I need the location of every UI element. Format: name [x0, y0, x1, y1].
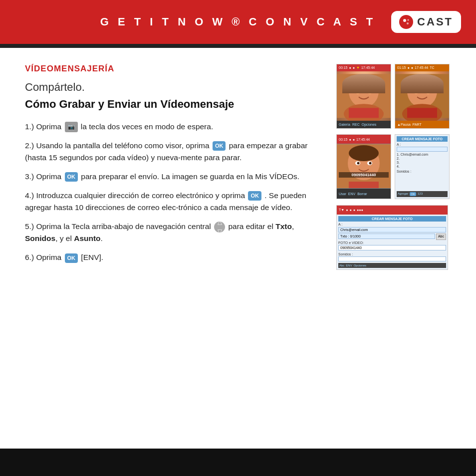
- black-strip: [0, 44, 476, 48]
- step-num-5: 5.) Oprima la Tecla arriba-abajo de nave…: [25, 222, 213, 231]
- cast-logo-icon: [399, 15, 413, 29]
- create-msg-4: CREAR MENSAJE FOTO A : 1. Chris@email.co…: [395, 135, 449, 199]
- step-5: 5.) Oprima la Tecla arriba-abajo de nave…: [25, 221, 321, 244]
- step-num-2: 2.) Usando la pantalla del teléfono como…: [25, 141, 212, 150]
- cast-logo: CAST: [391, 11, 461, 33]
- svg-rect-25: [407, 108, 437, 118]
- svg-point-28: [349, 145, 379, 161]
- steps-list: 1.) Oprima 📷 la tecla dos veces en modo …: [25, 121, 321, 263]
- ok-badge-3: OK: [65, 172, 78, 182]
- phone-face-1: [337, 71, 391, 121]
- step-4: 4.) Introduzca cualquier dirección de co…: [25, 190, 321, 214]
- svg-rect-33: [349, 182, 379, 188]
- svg-point-11: [367, 89, 372, 93]
- phone-screen-3: 00:15●●17:45:44 09095041440: [336, 134, 391, 199]
- svg-point-20: [426, 89, 430, 94]
- phone-screen-5: T▼●●●●●● CREAR MENSAJE FOTO A : Chris@em…: [336, 205, 448, 270]
- phone-screen-4: CREAR MENSAJE FOTO A : 1. Chris@email.co…: [395, 134, 450, 199]
- svg-point-24: [428, 90, 430, 92]
- svg-point-0: [402, 17, 411, 26]
- cast-logo-text: CAST: [417, 15, 453, 28]
- header-title: G E T I T N O W ® C O N V C A S T: [100, 15, 376, 28]
- ok-badge-2: OK: [213, 141, 226, 151]
- phone-header-2: 01:15●●17:45:44TC: [395, 64, 449, 71]
- phone-screenshots: 00:15●●▼17:45:44: [336, 64, 451, 273]
- create-msg-txto: Txto : 0/1000: [338, 234, 435, 239]
- svg-point-10: [355, 89, 360, 93]
- main-content: VÍDEOMENSAJERÍA Compártelo. Cómo Grabar …: [0, 48, 476, 283]
- bottom-bar: [0, 449, 476, 476]
- camera-icon: 📷: [65, 122, 78, 132]
- svg-point-22: [426, 89, 431, 93]
- svg-point-9: [368, 89, 372, 94]
- step-num-6: 6.) Oprima: [25, 253, 64, 261]
- create-msg-field-a: [397, 147, 448, 152]
- create-msg-footer-5: AbcENVOpciones: [338, 263, 446, 268]
- svg-point-18: [407, 75, 437, 91]
- svg-rect-14: [349, 108, 379, 118]
- svg-point-23: [416, 90, 418, 92]
- svg-point-31: [357, 162, 360, 165]
- step-1-text: la tecla dos veces en modo de espera.: [81, 122, 213, 131]
- phone-screen-1: 00:15●●▼17:45:44: [336, 64, 391, 129]
- svg-point-32: [369, 162, 372, 165]
- svg-point-1: [403, 19, 406, 22]
- step-num-1: 1.) Oprima: [25, 122, 64, 131]
- create-msg-abc: Abc: [436, 234, 446, 240]
- phone-header-5: T▼●●●●●●: [337, 206, 448, 215]
- create-msg-sonidos: [338, 256, 446, 261]
- ok-badge-6: OK: [65, 253, 78, 263]
- svg-point-2: [408, 19, 409, 21]
- phone-footer-3: UsarENVBorrar: [337, 189, 391, 199]
- svg-point-5: [349, 75, 379, 107]
- create-msg-field-5a: Chris@email.com: [338, 227, 446, 233]
- bold-heading: Cómo Grabar y Enviar un Vídeomensaje: [25, 98, 321, 111]
- step-2: 2.) Usando la pantalla del teléfono como…: [25, 140, 321, 164]
- svg-point-21: [414, 89, 419, 93]
- ok-badge-4: OK: [248, 191, 261, 201]
- svg-point-3: [407, 22, 409, 24]
- header-bar: G E T I T N O W ® C O N V C A S T CAST: [0, 0, 476, 44]
- nav-icon: △▽: [214, 222, 225, 233]
- phone-header-1: 00:15●●▼17:45:44: [337, 64, 391, 71]
- svg-point-16: [407, 75, 437, 107]
- create-msg-5: T▼●●●●●● CREAR MENSAJE FOTO A : Chris@em…: [337, 206, 448, 269]
- phone-footer-2: ▲PausaPART: [395, 121, 449, 128]
- phone-face-2: [395, 71, 449, 121]
- phone-header-3: 00:15●●17:45:44: [337, 135, 391, 144]
- section-title: VÍDEOMENSAJERÍA: [25, 64, 321, 74]
- svg-point-12: [357, 90, 360, 92]
- phone-screen-2: 01:15●●17:45:44TC: [395, 64, 450, 129]
- subtitle: Compártelo.: [25, 81, 321, 94]
- phone-footer-1: GaleríaRECOpciones: [337, 121, 391, 128]
- phone-face-3: 09095041440: [337, 144, 391, 189]
- svg-point-7: [349, 75, 379, 91]
- step-6: 6.) Oprima OK [ENV].: [25, 251, 321, 263]
- create-msg-title-4: CREAR MENSAJE FOTO: [397, 136, 448, 142]
- svg-point-19: [414, 89, 418, 94]
- create-msg-foto: 09095041440: [338, 245, 446, 250]
- svg-point-13: [369, 90, 372, 92]
- step-num-4: 4.) Introduzca cualquier dirección de co…: [25, 191, 247, 200]
- create-msg-footer-4: AgregarOK123: [397, 191, 448, 197]
- step-3-text: para preparar el envío. La imagen se gua…: [81, 172, 299, 181]
- step-1: 1.) Oprima 📷 la tecla dos veces en modo …: [25, 121, 321, 133]
- step-6-text: [ENV].: [81, 253, 103, 261]
- step-num-3: 3.) Oprima: [25, 172, 64, 181]
- svg-point-8: [356, 89, 360, 94]
- left-content: VÍDEOMENSAJERÍA Compártelo. Cómo Grabar …: [25, 64, 321, 273]
- create-msg-title-5: CREAR MENSAJE FOTO: [338, 216, 446, 222]
- step-3: 3.) Oprima OK para preparar el envío. La…: [25, 171, 321, 183]
